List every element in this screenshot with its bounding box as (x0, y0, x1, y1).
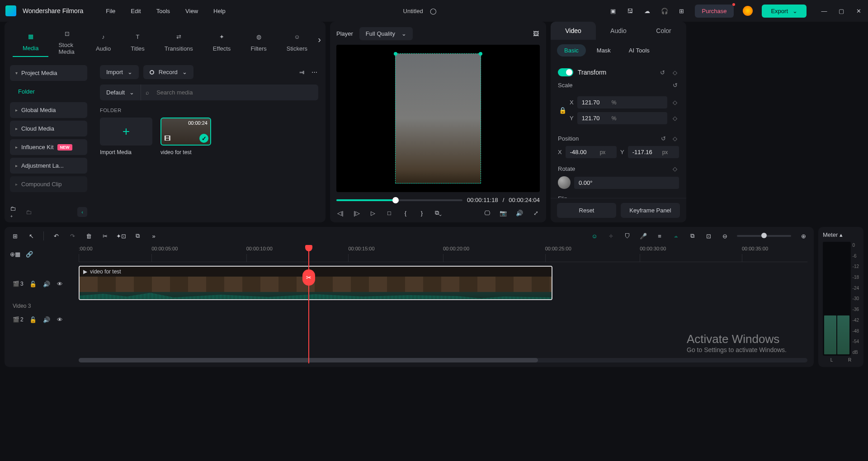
volume-icon[interactable]: 🔊 (515, 209, 524, 217)
prev-frame-icon[interactable]: ◁| (336, 209, 344, 217)
keyframe-icon[interactable]: ◇ (671, 68, 679, 76)
filter-icon[interactable]: ⫥ (297, 68, 306, 76)
video-frame[interactable] (395, 53, 481, 183)
snapshot-icon[interactable]: 🖼 (532, 30, 540, 38)
keyframe-icon[interactable]: ◇ (671, 134, 679, 142)
inspector-tab-color[interactable]: Color (641, 22, 686, 40)
playhead[interactable]: ✂ (308, 246, 309, 363)
scale-y-input[interactable] (582, 115, 609, 122)
preview-progress[interactable] (336, 199, 462, 201)
collapse-sidebar-icon[interactable]: ‹ (77, 207, 87, 217)
playhead-scissor-icon[interactable]: ✂ (302, 269, 315, 286)
pos-y-input[interactable] (632, 149, 660, 155)
track-mute-icon[interactable]: 🔊 (42, 280, 51, 288)
keyframe-icon[interactable]: ◇ (671, 165, 679, 173)
apps-icon[interactable]: ⊞ (678, 7, 686, 15)
sort-dropdown[interactable]: Default⌄ (100, 85, 141, 100)
tab-filters[interactable]: ◍Filters (241, 30, 276, 56)
display-icon[interactable]: 🖵 (483, 209, 491, 217)
save-icon[interactable]: 🖫 (626, 7, 634, 15)
record-dropdown[interactable]: Record⌄ (143, 65, 193, 79)
maximize-icon[interactable]: ▢ (837, 7, 845, 15)
pos-x-field[interactable]: px (566, 146, 617, 158)
mixer-icon[interactable]: ⫠ (672, 232, 680, 240)
tab-transitions[interactable]: ⇄Transitions (155, 30, 203, 56)
cut-icon[interactable]: ✂ (101, 232, 109, 240)
next-frame-icon[interactable]: |▷ (353, 209, 361, 217)
delete-icon[interactable]: 🗑 (85, 232, 93, 240)
crop-icon[interactable]: ⧉ (133, 232, 142, 240)
sparkle-icon[interactable]: ✧ (607, 232, 615, 240)
marker-dropdown-icon[interactable]: ⧉⌄ (434, 209, 442, 217)
timeline-ruler[interactable]: :00:00 00:00:05:00 00:00:10:00 00:00:15:… (79, 246, 807, 262)
tab-media[interactable]: ▦Media (13, 29, 48, 57)
reset-button[interactable]: Reset (557, 203, 616, 218)
redo-icon[interactable]: ↷ (68, 232, 76, 240)
timeline-clip[interactable]: ▶video for test (79, 266, 552, 300)
sidebar-cloud-media[interactable]: Cloud Media (10, 121, 87, 136)
track-visibility-icon[interactable]: 👁 (56, 315, 64, 324)
sidebar-project-media[interactable]: Project Media (10, 65, 87, 81)
subtab-ai-tools[interactable]: AI Tools (622, 44, 657, 56)
add-track-icon[interactable]: ⊕▦ (11, 250, 19, 258)
magnet-icon[interactable]: ⊞ (11, 232, 19, 240)
resize-handle-icon[interactable] (394, 52, 397, 56)
search-input[interactable] (151, 85, 318, 100)
resize-handle-icon[interactable] (479, 52, 482, 56)
quality-dropdown[interactable]: Full Quality⌄ (359, 27, 413, 40)
sidebar-folder[interactable]: Folder (10, 84, 87, 99)
zoom-out-icon[interactable]: ⊖ (721, 232, 729, 240)
fullscreen-icon[interactable]: ⤢ (532, 209, 540, 217)
menu-view[interactable]: View (179, 8, 204, 14)
menu-tools[interactable]: Tools (150, 8, 176, 14)
cloud-icon[interactable]: ☁ (643, 7, 651, 15)
purchase-button[interactable]: Purchase (695, 5, 734, 18)
scale-y-field[interactable]: % (577, 112, 667, 124)
transform-toggle[interactable] (558, 68, 573, 76)
lock-aspect-icon[interactable]: 🔒 (558, 107, 567, 114)
import-media-tile[interactable]: + Import Media (100, 118, 152, 155)
menu-edit[interactable]: Edit (124, 8, 147, 14)
keyframe-icon[interactable]: ◇ (671, 99, 679, 107)
cursor-icon[interactable]: ↖ (27, 232, 35, 240)
media-item[interactable]: 00:00:24 🎞 ✓ video for test (160, 118, 211, 155)
meter-title[interactable]: Meter▴ (823, 231, 859, 238)
headphones-icon[interactable]: 🎧 (660, 7, 669, 15)
stop-icon[interactable]: □ (385, 209, 393, 217)
sidebar-adjustment-layer[interactable]: Adjustment La... (10, 158, 87, 174)
track-visibility-icon[interactable]: 👁 (56, 280, 64, 288)
mark-in-icon[interactable]: { (401, 209, 410, 217)
user-avatar[interactable] (743, 6, 753, 16)
tab-stock-media[interactable]: ⊡Stock Media (48, 26, 86, 60)
rotate-field[interactable] (574, 177, 679, 189)
tab-stickers[interactable]: ☺Stickers (277, 30, 317, 56)
render-icon[interactable]: ⧉ (688, 232, 696, 240)
shield-icon[interactable]: ⛉ (623, 232, 631, 240)
reset-icon[interactable]: ↺ (658, 68, 666, 76)
tab-effects[interactable]: ✦Effects (203, 30, 241, 56)
sidebar-compound-clip[interactable]: Compound Clip (10, 176, 87, 192)
track-lock-icon[interactable]: 🔓 (29, 315, 37, 324)
layout-icon[interactable]: ▣ (609, 7, 617, 15)
mark-out-icon[interactable]: } (418, 209, 426, 217)
reset-icon[interactable]: ↺ (671, 81, 679, 89)
inspector-tab-video[interactable]: Video (551, 22, 596, 40)
scale-x-input[interactable] (582, 99, 609, 106)
progress-thumb[interactable] (392, 197, 399, 203)
new-folder-icon[interactable]: 🗀₊ (10, 208, 18, 216)
scale-x-field[interactable]: % (577, 96, 667, 108)
inspector-tab-audio[interactable]: Audio (596, 22, 641, 40)
reset-icon[interactable]: ↺ (659, 134, 667, 142)
pos-y-field[interactable]: px (628, 146, 679, 158)
preview-viewport[interactable] (336, 45, 540, 192)
zoom-slider[interactable] (737, 235, 791, 237)
subtitle-icon[interactable]: ≡ (656, 232, 664, 240)
rotate-dial[interactable] (558, 176, 571, 189)
more-icon[interactable]: ⋯ (310, 68, 318, 76)
tab-audio[interactable]: ♪Audio (86, 30, 121, 56)
minimize-icon[interactable]: — (820, 7, 828, 15)
timeline-scrollbar[interactable] (79, 358, 807, 362)
camera-icon[interactable]: 📷 (499, 209, 507, 217)
menu-file[interactable]: File (99, 8, 122, 14)
tab-titles[interactable]: TTitles (121, 30, 155, 56)
